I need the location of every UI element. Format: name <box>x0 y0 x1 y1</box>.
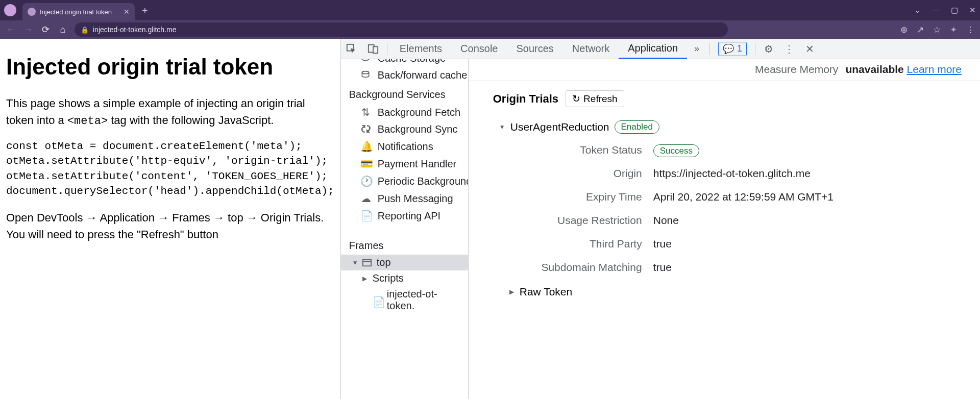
svg-rect-2 <box>373 46 378 53</box>
forward-button[interactable]: → <box>22 24 34 35</box>
enabled-badge: Enabled <box>615 120 659 134</box>
sidebar-item-bfcache[interactable]: Back/forward cache <box>341 67 468 84</box>
origin-label: Origin <box>499 167 642 180</box>
sidebar-item-periodic-sync[interactable]: 🕐Periodic Background Sync <box>341 172 468 190</box>
cloud-icon: ☁ <box>360 192 372 205</box>
instructions-paragraph: Open DevTools → Application → Frames → t… <box>6 209 334 243</box>
frame-file[interactable]: 📄 injected-ot-token. <box>341 286 468 314</box>
triangle-right-icon[interactable]: ▶ <box>509 288 516 295</box>
gear-icon[interactable]: ⚙ <box>758 43 779 55</box>
browser-tab-strip: Injected origin trial token ✕ + ⌄ — ▢ ✕ <box>0 0 980 20</box>
usage-label: Usage Restriction <box>499 214 642 227</box>
reload-button[interactable]: ⟳ <box>40 24 51 35</box>
devtools-close-icon[interactable]: ✕ <box>799 43 820 55</box>
tab-network[interactable]: Network <box>563 39 619 59</box>
file-icon: 📄 <box>373 296 383 304</box>
sidebar-group-background-services: Background Services <box>341 84 468 104</box>
url-text: injected-ot-token.glitch.me <box>93 26 176 34</box>
issues-badge[interactable]: 💬 1 <box>718 42 747 56</box>
code-block: const otMeta = document.createElement('m… <box>6 139 334 199</box>
tab-sources[interactable]: Sources <box>507 39 562 59</box>
back-button[interactable]: ← <box>5 24 16 35</box>
trial-details-grid: Token Status Success Origin https://inje… <box>469 144 980 273</box>
intro-paragraph: This page shows a simple example of inje… <box>6 95 334 130</box>
refresh-icon: ↻ <box>572 93 580 105</box>
share-icon[interactable]: ↗ <box>917 24 924 35</box>
favicon-icon <box>28 8 36 16</box>
lock-icon: 🔒 <box>81 26 89 34</box>
svg-point-4 <box>362 71 369 73</box>
device-toggle-icon[interactable] <box>362 43 384 55</box>
success-badge: Success <box>653 144 699 157</box>
sidebar-item-reporting-api[interactable]: 📄Reporting API <box>341 207 468 225</box>
profile-avatar[interactable] <box>4 4 16 16</box>
trial-row[interactable]: ▼ UserAgentReduction Enabled <box>469 120 980 144</box>
address-bar[interactable]: 🔒 injected-ot-token.glitch.me <box>75 22 728 37</box>
origin-value: https://injected-ot-token.glitch.me <box>653 167 980 180</box>
minimize-icon[interactable]: — <box>932 6 940 15</box>
third-party-label: Third Party <box>499 238 642 250</box>
expiry-label: Expiry Time <box>499 191 642 203</box>
bookmark-icon[interactable]: ☆ <box>933 24 941 35</box>
browser-tab[interactable]: Injected origin trial token ✕ <box>22 3 135 20</box>
triangle-down-icon[interactable]: ▼ <box>499 123 505 131</box>
issues-count: 1 <box>737 43 742 54</box>
inspect-icon[interactable] <box>341 43 362 55</box>
application-sidebar: Cache Storage Back/forward cache Backgro… <box>341 59 469 399</box>
subdomain-value: true <box>653 261 980 273</box>
triangle-down-icon[interactable]: ▼ <box>352 259 358 266</box>
page-title: Injected origin trial token <box>6 54 334 80</box>
subdomain-label: Subdomain Matching <box>499 261 642 273</box>
sync-icon: 🗘 <box>360 123 372 135</box>
sidebar-item-background-sync[interactable]: 🗘Background Sync <box>341 121 468 138</box>
tab-console[interactable]: Console <box>451 39 507 59</box>
measure-memory-row: Measure Memory unavailable Learn more <box>469 59 980 81</box>
devtools-toolbar: Elements Console Sources Network Applica… <box>341 39 980 59</box>
third-party-value: true <box>653 238 980 250</box>
devtools-panel: Elements Console Sources Network Applica… <box>340 39 980 399</box>
database-icon <box>360 59 372 64</box>
tab-elements[interactable]: Elements <box>390 39 451 59</box>
application-main: Measure Memory unavailable Learn more Or… <box>469 59 980 399</box>
sidebar-item-payment-handler[interactable]: 💳Payment Handler <box>341 155 468 172</box>
sidebar-item-notifications[interactable]: 🔔Notifications <box>341 138 468 155</box>
document-icon: 📄 <box>360 210 372 222</box>
bell-icon: 🔔 <box>360 140 372 153</box>
more-tabs-icon[interactable]: » <box>687 43 706 54</box>
sidebar-item-background-fetch[interactable]: ⇅Background Fetch <box>341 104 468 121</box>
card-icon: 💳 <box>360 158 372 170</box>
sidebar-item-push-messaging[interactable]: ☁Push Messaging <box>341 190 468 207</box>
new-tab-button[interactable]: + <box>142 5 148 17</box>
trial-name: UserAgentReduction <box>510 121 609 133</box>
sidebar-group-frames: Frames <box>341 235 468 255</box>
database-icon <box>360 70 372 81</box>
window-icon <box>362 259 373 267</box>
maximize-icon[interactable]: ▢ <box>951 6 958 15</box>
frame-top[interactable]: ▼ top <box>341 255 468 270</box>
raw-token-row[interactable]: ▶ Raw Token <box>469 273 980 298</box>
devtools-menu-icon[interactable]: ⋮ <box>779 43 799 55</box>
window-close-icon[interactable]: ✕ <box>969 6 976 15</box>
kebab-menu-icon[interactable]: ⋮ <box>966 24 975 35</box>
origin-trials-heading: Origin Trials <box>493 92 558 106</box>
tab-title: Injected origin trial token <box>40 8 112 16</box>
token-status-label: Token Status <box>499 144 642 156</box>
page-content: Injected origin trial token This page sh… <box>0 39 340 399</box>
browser-toolbar: ← → ⟳ ⌂ 🔒 injected-ot-token.glitch.me ⊕ … <box>0 20 980 39</box>
sidebar-item-cache-storage[interactable]: Cache Storage <box>341 59 468 67</box>
extensions-icon[interactable]: ✦ <box>950 24 957 35</box>
close-icon[interactable]: ✕ <box>124 8 130 16</box>
learn-more-link[interactable]: Learn more <box>907 63 962 75</box>
clock-icon: 🕐 <box>360 175 372 187</box>
home-button[interactable]: ⌂ <box>57 24 68 35</box>
chevron-down-icon[interactable]: ⌄ <box>914 6 921 15</box>
fetch-icon: ⇅ <box>360 106 372 118</box>
frame-scripts[interactable]: ▶ Scripts <box>341 270 468 286</box>
tab-application[interactable]: Application <box>619 39 687 59</box>
refresh-button[interactable]: ↻ Refresh <box>566 90 624 107</box>
svg-rect-5 <box>363 259 371 266</box>
expiry-value: April 20, 2022 at 12:59:59 AM GMT+1 <box>653 191 980 203</box>
triangle-right-icon[interactable]: ▶ <box>362 275 369 282</box>
usage-value: None <box>653 214 980 227</box>
zoom-icon[interactable]: ⊕ <box>900 24 908 35</box>
